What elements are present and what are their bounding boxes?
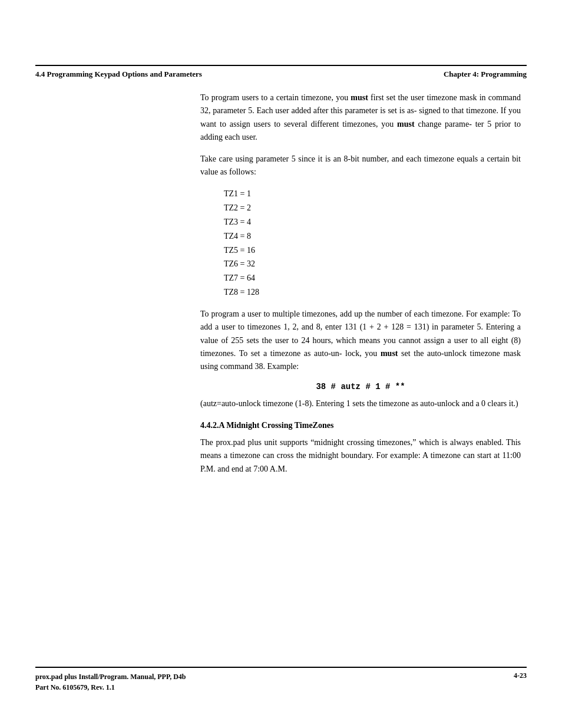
paragraph-bit-value: Take care using parameter 5 since it is … [200, 153, 521, 179]
footer-line1: prox.pad plus Install/Program. Manual, P… [35, 671, 186, 682]
paragraph-timezone-intro: To program users to a certain timezone, … [200, 91, 521, 144]
page-header: 4.4 Programming Keypad Options and Param… [35, 65, 527, 79]
tz8: TZ8 = 128 [224, 285, 521, 299]
paragraph-midnight-crossing: The prox.pad plus unit supports “midnigh… [200, 436, 521, 476]
tz4: TZ4 = 8 [224, 229, 521, 243]
footer-page-number: 4-23 [514, 671, 527, 680]
tz3: TZ3 = 4 [224, 215, 521, 229]
subsection-heading-midnight: 4.4.2.A Midnight Crossing TimeZones [200, 421, 521, 430]
content-area: To program users to a certain timezone, … [200, 91, 521, 657]
footer-left: prox.pad plus Install/Program. Manual, P… [35, 671, 186, 693]
page-footer: prox.pad plus Install/Program. Manual, P… [35, 667, 527, 693]
tz5: TZ5 = 16 [224, 243, 521, 258]
tz1: TZ1 = 1 [224, 187, 521, 201]
tz7: TZ7 = 64 [224, 271, 521, 285]
command-example: 38 # autz # 1 # ** [200, 382, 521, 391]
page: 4.4 Programming Keypad Options and Param… [0, 0, 562, 728]
tz-values-list: TZ1 = 1 TZ2 = 2 TZ3 = 4 TZ4 = 8 TZ5 = 16… [224, 187, 521, 299]
footer-line2: Part No. 6105679, Rev. 1.1 [35, 682, 186, 693]
tz6: TZ6 = 32 [224, 257, 521, 271]
paragraph-multiple-tz: To program a user to multiple timezones,… [200, 308, 521, 374]
header-left: 4.4 Programming Keypad Options and Param… [35, 70, 202, 79]
paragraph-autz-note: (autz=auto-unlock timezone (1-8). Enteri… [200, 397, 521, 410]
tz2: TZ2 = 2 [224, 201, 521, 215]
header-right: Chapter 4: Programming [444, 70, 527, 79]
